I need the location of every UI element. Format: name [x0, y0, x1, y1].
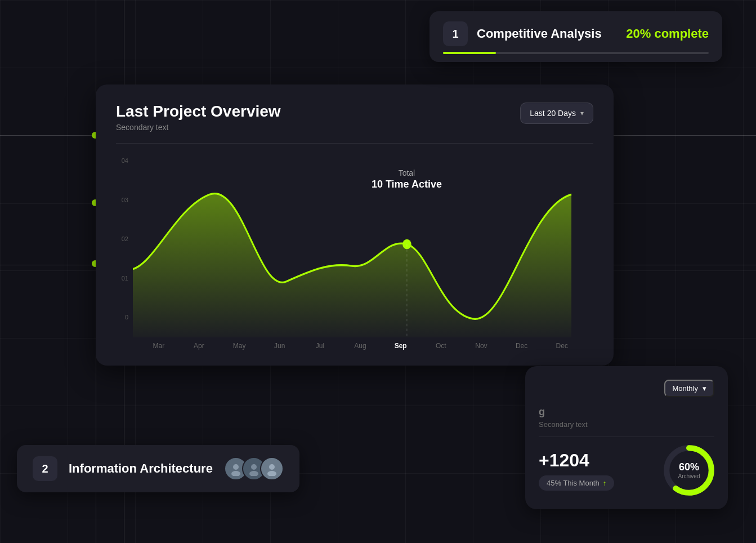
bottom-card-title: g [539, 406, 714, 418]
y-axis-labels: 04 03 02 01 0 [116, 157, 133, 321]
stat-number: +1204 [539, 450, 614, 471]
x-label-dec1: Dec [502, 342, 542, 350]
time-range-dropdown[interactable]: Last 20 Days ▾ [520, 103, 593, 124]
x-label-aug: Aug [340, 342, 381, 350]
y-label-4: 04 [122, 157, 128, 164]
info-arch-title: Information Architecture [69, 461, 213, 476]
x-label-nov: Nov [461, 342, 502, 350]
donut-center: 60% Archived [678, 461, 700, 479]
stat-tag: 45% This Month ↑ [539, 475, 614, 491]
card-competitive-title: Competitive Analysis [477, 26, 617, 41]
info-arch-card: 2 Information Architecture [17, 445, 299, 492]
bottom-card-secondary: Secondary text [539, 420, 714, 429]
stat-group: +1204 45% This Month ↑ [539, 450, 614, 491]
card-competitive-percent: 20% complete [626, 26, 709, 41]
x-label-sep: Sep [381, 342, 421, 350]
step-badge-2: 2 [33, 456, 57, 481]
avatar-3 [260, 457, 284, 480]
svg-point-3 [251, 464, 257, 470]
chart-svg [116, 157, 593, 337]
chart-divider [116, 143, 593, 144]
step-badge-1: 1 [443, 21, 468, 46]
x-axis-labels: Mar Apr May Jun Jul Aug Sep Oct Nov Dec … [116, 342, 593, 350]
bottom-stats: +1204 45% This Month ↑ 60% Archived [539, 445, 714, 496]
chart-area: 04 03 02 01 0 [116, 157, 593, 337]
x-label-oct: Oct [421, 342, 461, 350]
svg-point-6 [267, 471, 276, 476]
chevron-down-icon-monthly: ▾ [703, 384, 706, 393]
y-label-2: 02 [122, 235, 128, 242]
avatar-group [224, 457, 284, 480]
x-label-apr: Apr [179, 342, 220, 350]
competitive-analysis-card: 1 Competitive Analysis 20% complete [430, 11, 722, 62]
svg-point-1 [233, 464, 239, 470]
chart-title: Last Project Overview [116, 103, 281, 121]
bottom-card-divider [539, 437, 714, 437]
chart-subtitle: Secondary text [116, 123, 281, 132]
donut-chart: 60% Archived [664, 445, 714, 496]
chart-card: Last Project Overview Secondary text Las… [96, 84, 614, 366]
x-label-jun: Jun [260, 342, 300, 350]
arrow-up-icon: ↑ [603, 479, 607, 487]
x-label-mar: Mar [138, 342, 179, 350]
y-label-1: 01 [122, 275, 128, 282]
progress-bar-fill [443, 52, 496, 54]
chart-header: Last Project Overview Secondary text Las… [116, 103, 593, 132]
y-label-0: 0 [125, 314, 128, 321]
scene: 1 Competitive Analysis 20% complete Last… [0, 0, 756, 543]
x-label-may: May [219, 342, 260, 350]
svg-point-4 [249, 471, 258, 476]
svg-point-5 [269, 464, 275, 470]
svg-point-2 [231, 471, 240, 476]
chart-title-group: Last Project Overview Secondary text [116, 103, 281, 132]
bottom-right-card: Monthly ▾ g Secondary text +1204 45% Thi… [525, 366, 728, 509]
y-label-3: 03 [122, 197, 128, 203]
x-label-dec2: Dec [542, 342, 582, 350]
chevron-down-icon: ▾ [580, 109, 584, 117]
monthly-dropdown[interactable]: Monthly ▾ [664, 380, 714, 397]
progress-bar-container [443, 52, 709, 54]
x-label-jul: Jul [300, 342, 341, 350]
